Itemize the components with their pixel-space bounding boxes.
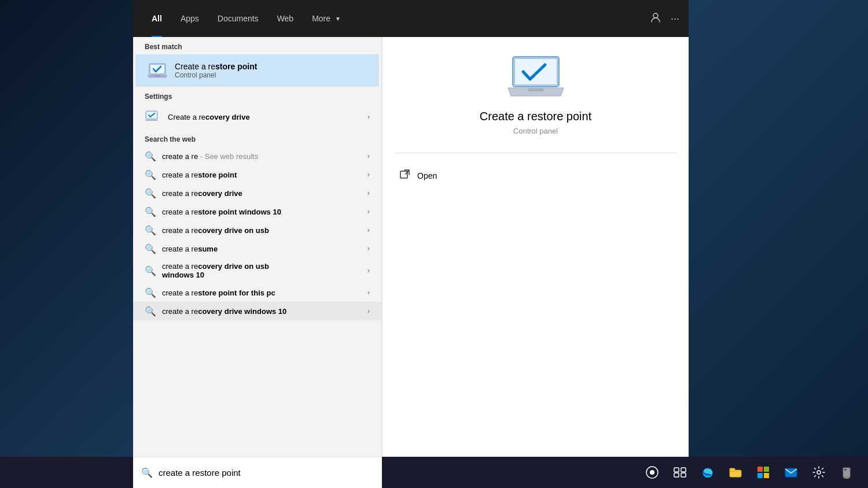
tab-apps[interactable]: Apps [171, 0, 208, 37]
search-icon-5: 🔍 [145, 243, 155, 254]
web-item-text-0: create a re - See web results [162, 152, 367, 161]
svg-rect-9 [400, 171, 407, 178]
left-panel: Best match [133, 37, 382, 474]
search-web-header: Search the web [133, 130, 381, 147]
web-item-8[interactable]: 🔍 create a recovery drive windows 10 › [133, 302, 381, 320]
tab-documents[interactable]: Documents [208, 0, 268, 37]
svg-rect-23 [764, 473, 769, 478]
web-item-6[interactable]: 🔍 create a recovery drive on usbwindows … [133, 258, 381, 283]
tab-web[interactable]: Web [268, 0, 303, 37]
web-item-4[interactable]: 🔍 create a recovery drive on usb › [133, 221, 381, 239]
svg-rect-22 [757, 473, 763, 478]
web-item-0[interactable]: 🔍 create a re - See web results › [133, 147, 381, 165]
search-icon-3: 🔍 [145, 206, 155, 217]
search-bar-container: 🔍 [133, 457, 382, 488]
edge-button[interactable] [696, 460, 720, 485]
user-icon[interactable] [650, 12, 661, 26]
removable-storage-icon[interactable] [834, 460, 859, 485]
web-item-1[interactable]: 🔍 create a restore point › [133, 165, 381, 184]
web-item-5[interactable]: 🔍 create a resume › [133, 239, 381, 258]
title-prefix: Create a re [175, 62, 215, 71]
web-item-text-3: create a restore point windows 10 [162, 208, 367, 216]
tab-web-label: Web [277, 14, 294, 23]
svg-rect-14 [681, 468, 686, 472]
divider [394, 153, 677, 153]
main-content: Best match [133, 37, 689, 474]
tab-more-label: More [312, 14, 330, 23]
svg-rect-27 [843, 468, 850, 477]
best-match-subtitle: Control panel [175, 71, 257, 79]
open-action[interactable]: Open [394, 165, 677, 187]
search-icon-4: 🔍 [145, 225, 155, 235]
chevron-icon-1: › [367, 171, 370, 179]
search-input[interactable] [159, 468, 374, 478]
web-item-text-2: create a recovery drive [162, 189, 367, 198]
settings-item-icon [145, 109, 161, 125]
search-icon-0: 🔍 [145, 151, 155, 161]
web-item-text-8: create a recovery drive windows 10 [162, 307, 367, 316]
web-item-2[interactable]: 🔍 create a recovery drive › [133, 184, 381, 202]
chevron-down-icon: ▼ [335, 16, 341, 22]
start-button[interactable] [640, 460, 664, 485]
mail-button[interactable] [779, 460, 803, 485]
chevron-icon-8: › [367, 307, 370, 315]
chevron-icon-6: › [367, 267, 370, 275]
taskbar [0, 457, 868, 488]
settings-header: Settings [133, 87, 381, 104]
svg-point-0 [653, 13, 658, 18]
search-panel: All Apps Documents Web More ▼ [133, 0, 689, 474]
chevron-icon-2: › [367, 189, 370, 197]
tab-more[interactable]: More ▼ [303, 0, 350, 37]
chevron-icon-7: › [367, 289, 370, 297]
settings-taskbar-button[interactable] [807, 460, 831, 485]
store-button[interactable] [751, 460, 775, 485]
nav-bar: All Apps Documents Web More ▼ [133, 0, 689, 37]
tab-documents-label: Documents [218, 14, 259, 23]
chevron-icon-5: › [367, 245, 370, 253]
right-panel-title: Create a restore point [480, 110, 591, 123]
svg-rect-28 [844, 469, 847, 471]
web-item-text-4: create a recovery drive on usb [162, 226, 367, 235]
svg-rect-19 [730, 468, 735, 471]
right-panel-subtitle: Control panel [513, 127, 558, 135]
search-icon-2: 🔍 [145, 188, 155, 198]
svg-rect-16 [681, 473, 686, 477]
web-item-7[interactable]: 🔍 create a restore point for this pc › [133, 283, 381, 302]
file-explorer-button[interactable] [723, 460, 748, 485]
search-icon-8: 🔍 [145, 306, 155, 316]
tab-apps-label: Apps [181, 14, 199, 23]
task-view-button[interactable] [668, 460, 692, 485]
desktop: All Apps Documents Web More ▼ [0, 0, 868, 488]
tab-all[interactable]: All [142, 0, 171, 37]
taskbar-right [640, 460, 863, 485]
more-options-icon[interactable]: ··· [671, 13, 679, 25]
chevron-icon-4: › [367, 226, 370, 234]
tab-all-label: All [152, 14, 162, 23]
nav-right-icons: ··· [650, 12, 679, 26]
result-icon [507, 54, 565, 101]
web-item-text-7: create a restore point for this pc [162, 289, 367, 297]
svg-rect-21 [764, 467, 769, 472]
best-match-header: Best match [133, 37, 381, 54]
svg-rect-3 [155, 75, 160, 76]
chevron-icon-3: › [367, 208, 370, 216]
best-match-item[interactable]: Create a restore point Control panel [135, 54, 379, 87]
web-item-text-6: create a recovery drive on usbwindows 10 [162, 262, 367, 279]
web-item-text-1: create a restore point [162, 171, 367, 179]
settings-chevron-icon: › [367, 113, 370, 121]
control-panel-icon [147, 60, 168, 81]
svg-rect-8 [528, 88, 544, 91]
chevron-icon-0: › [367, 152, 370, 160]
right-panel: Create a restore point Control panel Ope… [382, 37, 689, 474]
svg-rect-13 [674, 468, 679, 472]
open-label: Open [417, 171, 437, 180]
search-icon-1: 🔍 [145, 169, 155, 180]
best-match-text: Create a restore point Control panel [175, 62, 257, 79]
settings-item[interactable]: Create a recovery drive › [133, 104, 381, 130]
svg-point-12 [650, 470, 654, 475]
svg-rect-20 [757, 467, 763, 472]
search-icon-7: 🔍 [145, 287, 155, 298]
best-match-title: Create a restore point [175, 62, 257, 71]
svg-rect-15 [674, 473, 679, 477]
web-item-3[interactable]: 🔍 create a restore point windows 10 › [133, 202, 381, 221]
